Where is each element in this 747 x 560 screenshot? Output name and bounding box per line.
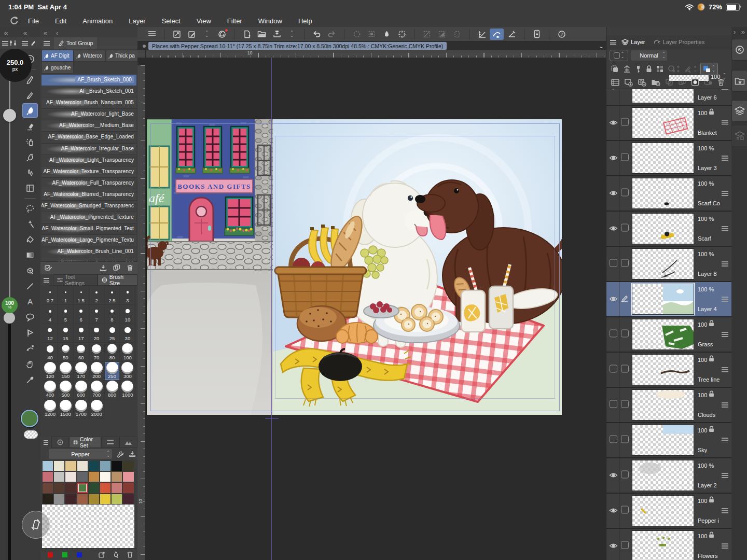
- layer-drag-handle[interactable]: [722, 191, 728, 196]
- tool-pencil[interactable]: [22, 88, 38, 102]
- redo-icon[interactable]: [325, 29, 339, 40]
- layer-checkbox[interactable]: [621, 471, 629, 481]
- layer-thumbnail[interactable]: [632, 425, 694, 455]
- color-swatch[interactable]: [77, 482, 88, 493]
- edge-keyboard-button[interactable]: [22, 511, 50, 539]
- tool-decoration[interactable]: [22, 150, 38, 164]
- layer-checkbox[interactable]: [621, 400, 629, 410]
- select-rect-icon[interactable]: [450, 29, 464, 40]
- layer-checkbox[interactable]: [621, 365, 629, 375]
- brush-size-1.5[interactable]: 1.5: [74, 286, 89, 305]
- subtool-tab-thick-pa[interactable]: Thick pa: [106, 50, 138, 62]
- undo-icon[interactable]: [310, 29, 324, 40]
- layer-row-pepper-i[interactable]: 100Pepper i: [606, 494, 732, 529]
- layer-visibility-toggle[interactable]: [609, 400, 618, 410]
- panel-menu-icon[interactable]: [44, 41, 50, 46]
- brush-size-120[interactable]: 120: [43, 362, 58, 381]
- layer-thumbnail[interactable]: [632, 390, 694, 420]
- tab-color-mixing[interactable]: [119, 437, 137, 448]
- panel-menu-icon[interactable]: [2, 41, 8, 46]
- layer-drag-handle[interactable]: [722, 402, 728, 408]
- lock-layer-icon[interactable]: [645, 65, 653, 73]
- delete-layer-icon[interactable]: [717, 78, 725, 86]
- layer-row-scarf[interactable]: 100 %Scarf: [606, 212, 732, 247]
- layer-thumbnail[interactable]: [632, 460, 694, 491]
- companion-mode-icon[interactable]: [530, 29, 544, 40]
- brush-size-300[interactable]: 300: [120, 362, 135, 381]
- brush-size-1[interactable]: 1: [58, 286, 74, 305]
- layer-thumbnail[interactable]: [632, 319, 694, 349]
- brush-item[interactable]: AF_Watercolor_Light_Transparency: [42, 155, 136, 166]
- color-swatch[interactable]: [111, 482, 122, 493]
- brush-size-7[interactable]: 7: [89, 305, 105, 324]
- import-icon[interactable]: [100, 264, 107, 271]
- apply-mask-icon[interactable]: [704, 78, 713, 86]
- wrench-icon[interactable]: [117, 451, 124, 458]
- edit-canvas-icon[interactable]: [185, 29, 199, 40]
- tool-brush[interactable]: [22, 103, 38, 118]
- layer-drag-handle[interactable]: [722, 226, 728, 231]
- brush-size-5[interactable]: 5: [58, 305, 74, 324]
- snap-curve-icon[interactable]: [490, 29, 504, 40]
- tool-airbrush[interactable]: [22, 134, 38, 149]
- layer-drag-handle[interactable]: [722, 156, 728, 161]
- layer-checkbox[interactable]: [621, 259, 629, 269]
- layer-visibility-toggle[interactable]: [609, 330, 618, 340]
- brush-size-500[interactable]: 500: [58, 381, 74, 399]
- brush-item[interactable]: AF_Brush_Sketch_000: [42, 75, 136, 86]
- layer-visibility-toggle[interactable]: [609, 118, 618, 128]
- brush-item[interactable]: AF_Watercolor_Irregular_Base: [42, 144, 136, 155]
- layer-thumbnail[interactable]: [632, 108, 694, 138]
- color-swatch[interactable]: [88, 460, 100, 471]
- new-layer-icon[interactable]: [624, 78, 633, 87]
- combine-icon[interactable]: [678, 78, 686, 86]
- tool-hand[interactable]: [22, 357, 38, 371]
- layer-drag-handle[interactable]: [722, 473, 728, 478]
- snap-ruler-icon[interactable]: [475, 29, 489, 40]
- panel-menu-icon[interactable]: [44, 440, 48, 445]
- layer-thumbnail[interactable]: [632, 143, 694, 173]
- tool-fill[interactable]: [22, 232, 38, 247]
- color-set-dropdown[interactable]: Pepper ⌃⌄: [49, 449, 112, 459]
- snap-line-icon[interactable]: [505, 29, 519, 40]
- tool-gradient[interactable]: [22, 248, 38, 262]
- color-swatch[interactable]: [100, 494, 111, 505]
- brush-size-1500[interactable]: 1500: [58, 399, 74, 418]
- lock-transparent-icon[interactable]: [656, 65, 664, 73]
- layer-visibility-toggle[interactable]: [609, 189, 618, 198]
- brush-size-30[interactable]: 30: [120, 324, 135, 343]
- layer-row-blanket[interactable]: 100Blanket: [606, 106, 732, 141]
- layer-row-layer-6[interactable]: Layer 6: [606, 89, 732, 106]
- collapse-arrow[interactable]: «: [4, 29, 8, 37]
- layer-checkbox[interactable]: [621, 189, 629, 199]
- layer-row-tree-line[interactable]: 100Tree line: [606, 353, 732, 388]
- layer-thumbnail[interactable]: [632, 355, 694, 385]
- transform-frame-icon[interactable]: [395, 29, 409, 40]
- canvas-updown-icon[interactable]: ⌃⌄: [200, 29, 214, 40]
- new-folder-icon[interactable]: [651, 78, 660, 86]
- layer-row-scarf-co[interactable]: 100 %Scarf Co: [606, 176, 732, 212]
- layer-checkbox[interactable]: [621, 436, 629, 445]
- brush-size-170[interactable]: 170: [74, 362, 89, 381]
- add-color-icon[interactable]: [113, 551, 119, 558]
- collapse-arrow[interactable]: ‹: [56, 29, 58, 37]
- menu-item-help[interactable]: Help: [297, 17, 313, 25]
- layer-row-layer-3[interactable]: 100 %Layer 3: [606, 141, 732, 176]
- eraser-droplet-icon[interactable]: [380, 29, 394, 40]
- layer-checkbox[interactable]: [621, 541, 629, 551]
- color-swatch[interactable]: [88, 494, 100, 505]
- menu-item-view[interactable]: View: [196, 17, 212, 25]
- subtool-tab-waterco[interactable]: Waterco: [74, 50, 106, 62]
- tool-lasso[interactable]: [22, 201, 38, 216]
- export-swatch-icon[interactable]: [98, 551, 105, 558]
- layer-visibility-toggle[interactable]: [609, 506, 618, 515]
- panel-menu-icon[interactable]: [22, 41, 28, 46]
- brush-size-12[interactable]: 12: [43, 324, 58, 343]
- layer-thumbnail[interactable]: [632, 284, 694, 314]
- menu-item-animation[interactable]: Animation: [81, 17, 114, 25]
- tool-balloon[interactable]: [22, 310, 38, 325]
- title-collapse-chevron[interactable]: ⌄: [599, 43, 604, 50]
- brush-size-60[interactable]: 60: [74, 343, 89, 361]
- layer-checkbox[interactable]: [621, 224, 629, 234]
- color-swatch[interactable]: [100, 482, 111, 493]
